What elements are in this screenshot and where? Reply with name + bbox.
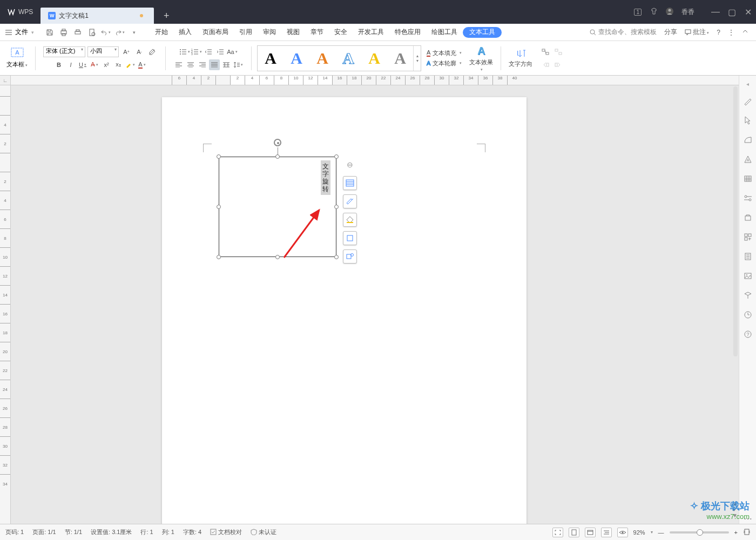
resize-handle[interactable] (334, 255, 339, 259)
line-spacing-button[interactable] (233, 59, 244, 70)
format-painter-button[interactable] (343, 194, 357, 208)
ribbon-tab-章节[interactable]: 章节 (305, 24, 329, 40)
status-proofing[interactable]: 文档校对 (210, 528, 242, 536)
shrink-font-button[interactable]: A- (134, 46, 145, 57)
style-preset-2[interactable]: A (284, 46, 309, 71)
more-shape-options-button[interactable] (343, 249, 357, 264)
next-textbox-icon[interactable] (553, 59, 564, 70)
ribbon-tab-引用[interactable]: 引用 (234, 24, 258, 40)
page-panel-icon[interactable] (742, 251, 753, 262)
new-tab-button[interactable]: + (158, 8, 174, 24)
fit-page-button[interactable] (743, 529, 751, 536)
table-panel-icon[interactable] (742, 173, 753, 184)
status-position[interactable]: 设置值: 3.1厘米 (91, 528, 132, 536)
vertical-ruler[interactable]: 42246810121416182022242628303234 (0, 85, 11, 524)
ribbon-tab-绘图工具[interactable]: 绘图工具 (426, 24, 463, 40)
break-link-icon[interactable] (553, 46, 564, 57)
ribbon-tab-特色应用[interactable]: 特色应用 (389, 24, 426, 40)
command-search[interactable]: 查找命令、搜索模板 (590, 28, 657, 37)
status-auth[interactable]: 未认证 (251, 528, 276, 536)
web-layout-view-button[interactable] (585, 528, 596, 537)
style-preset-6[interactable]: A (387, 46, 413, 71)
number-list-button[interactable]: 123 (191, 46, 202, 57)
minimize-button[interactable]: — (707, 6, 724, 17)
collapse-ribbon-icon[interactable] (742, 28, 748, 36)
pen-tool-icon[interactable] (742, 96, 753, 106)
prev-textbox-icon[interactable] (540, 59, 551, 70)
rotate-handle[interactable] (274, 139, 281, 146)
more-panels-icon[interactable]: ⋯ (742, 513, 753, 524)
collapse-toolbar-button[interactable]: ⊖ (343, 158, 357, 172)
share-button[interactable]: 分享 (664, 28, 677, 37)
ribbon-tab-审阅[interactable]: 审阅 (258, 24, 281, 40)
underline-button[interactable]: U (77, 59, 88, 70)
settings-panel-icon[interactable] (742, 193, 753, 204)
font-family-select[interactable]: 宋体 (正文) (43, 46, 85, 57)
align-left-button[interactable] (173, 59, 184, 70)
close-button[interactable]: ✕ (740, 6, 756, 17)
change-case-button[interactable]: Aa (227, 46, 238, 57)
zoom-slider[interactable] (670, 531, 729, 534)
text-fill-button[interactable]: A文本填充 (427, 49, 462, 57)
status-col[interactable]: 列: 1 (162, 528, 174, 536)
status-word-count[interactable]: 字数: 4 (183, 528, 201, 536)
zoom-value[interactable]: 92% (633, 529, 645, 536)
subscript-button[interactable]: x₂ (113, 59, 124, 70)
select-tool-icon[interactable] (742, 115, 753, 126)
increase-indent-button[interactable] (215, 46, 226, 57)
grow-font-button[interactable]: A+ (121, 46, 132, 57)
selected-text-box[interactable]: 文字旋转 (219, 157, 336, 257)
qat-customize-icon[interactable]: ▾ (129, 28, 139, 37)
export-pdf-icon[interactable] (87, 28, 97, 37)
clear-format-button[interactable] (147, 46, 158, 57)
component-panel-icon[interactable] (742, 232, 753, 242)
zoom-in-button[interactable]: + (734, 529, 738, 536)
skin-icon[interactable] (650, 8, 658, 17)
history-panel-icon[interactable] (742, 309, 753, 320)
link-textbox-icon[interactable] (540, 46, 551, 57)
status-row[interactable]: 行: 1 (140, 528, 153, 536)
more-icon[interactable]: ⋮ (728, 29, 734, 36)
document-canvas[interactable]: 文字旋转 ⊖ (11, 85, 739, 524)
redo-button[interactable] (115, 28, 125, 37)
shape-outline-button[interactable] (343, 231, 357, 245)
reading-view-button[interactable] (617, 528, 628, 537)
resize-handle[interactable] (217, 255, 221, 259)
font-size-select[interactable]: 小四 (87, 46, 119, 57)
help-icon[interactable]: ? (717, 29, 720, 36)
ribbon-tab-页面布局[interactable]: 页面布局 (197, 24, 234, 40)
attachment-panel-icon[interactable] (742, 212, 753, 223)
user-name[interactable]: 香香 (681, 8, 694, 17)
style-preset-1[interactable]: A (258, 46, 284, 71)
annotate-button[interactable]: 批注 (685, 28, 709, 37)
shape-panel-icon[interactable] (742, 134, 753, 145)
print-icon[interactable] (73, 28, 83, 37)
font-color-button[interactable]: A (137, 59, 147, 70)
panel-toggle-icon[interactable]: ◂ (746, 81, 749, 87)
notification-badge[interactable]: 1 (634, 9, 642, 16)
scroll-page-arrows[interactable]: ▲●▼ (732, 501, 738, 518)
decrease-indent-button[interactable] (203, 46, 214, 57)
highlight-button[interactable] (125, 59, 136, 70)
layout-options-button[interactable] (343, 176, 357, 190)
align-justify-button[interactable] (209, 59, 220, 70)
bold-button[interactable]: B (53, 59, 64, 70)
style-preset-3[interactable]: A (309, 46, 335, 71)
ribbon-tab-开发工具[interactable]: 开发工具 (353, 24, 389, 40)
resize-handle[interactable] (217, 205, 221, 209)
ribbon-tab-插入[interactable]: 插入 (173, 24, 197, 40)
style-preset-5[interactable]: A (361, 46, 387, 71)
zoom-out-button[interactable]: — (658, 529, 664, 536)
save-icon[interactable] (45, 28, 55, 37)
align-right-button[interactable] (197, 59, 208, 70)
resize-handle[interactable] (275, 255, 280, 259)
resize-handle[interactable] (275, 154, 280, 159)
align-center-button[interactable] (185, 59, 196, 70)
user-avatar-icon[interactable] (665, 7, 674, 17)
resize-handle[interactable] (334, 154, 339, 159)
superscript-button[interactable]: x² (101, 59, 112, 70)
vertical-scrollbar[interactable] (733, 86, 738, 356)
italic-button[interactable]: I (65, 59, 76, 70)
ribbon-tab-视图[interactable]: 视图 (281, 24, 305, 40)
maximize-button[interactable]: ▢ (724, 6, 740, 17)
